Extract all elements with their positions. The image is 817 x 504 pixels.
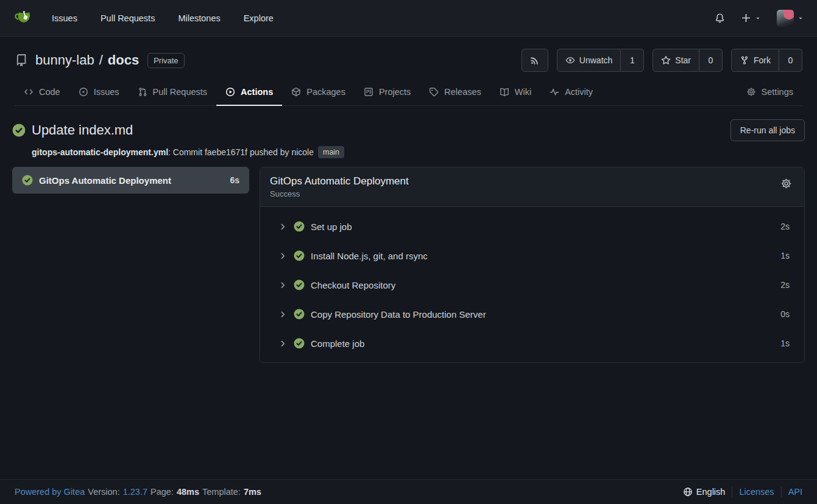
page-time-label: Page: <box>150 487 174 497</box>
pull-request-icon <box>138 87 147 97</box>
workflow-file-name: gitops-automatic-deployment.yml <box>32 147 168 157</box>
step-name: Copy Repository Data to Production Serve… <box>311 309 486 320</box>
run-header: Update index.md Re-run all jobs gitops-a… <box>0 106 817 158</box>
create-new-button[interactable] <box>737 9 765 27</box>
job-name: GitOps Automatic Deployment <box>39 175 171 186</box>
job-duration: 6s <box>230 175 239 185</box>
project-icon <box>364 87 373 97</box>
job-list: GitOps Automatic Deployment 6s <box>12 167 249 194</box>
step-success-check-icon <box>294 338 305 349</box>
step-name: Complete job <box>311 338 364 349</box>
code-icon <box>24 87 34 97</box>
gitea-cup-icon <box>13 9 33 28</box>
page-footer: Powered by Gitea Version: 1.23.7 Page: 4… <box>0 479 817 504</box>
star-icon <box>661 55 671 65</box>
private-badge: Private <box>147 53 184 68</box>
step-list: Set up job 2s Install Node.js, git, and … <box>260 207 804 362</box>
tab-issues[interactable]: Issues <box>69 80 129 106</box>
language-selector[interactable]: English <box>683 487 726 497</box>
tab-code[interactable]: Code <box>15 80 69 106</box>
job-detail-panel: GitOps Automatic Deployment Success Set … <box>260 167 805 363</box>
stars-count[interactable]: 0 <box>699 49 723 72</box>
chevron-right-icon <box>278 251 288 261</box>
fork-group: Fork 0 <box>731 49 802 72</box>
api-link[interactable]: API <box>788 487 802 497</box>
step-row[interactable]: Set up job 2s <box>260 212 804 241</box>
gitea-logo[interactable] <box>13 9 33 28</box>
run-subtitle: gitops-automatic-deployment.yml: Commit … <box>32 146 805 158</box>
tab-releases[interactable]: Releases <box>420 80 490 106</box>
chevron-down-icon <box>798 15 804 21</box>
rerun-all-jobs-button[interactable]: Re-run all jobs <box>730 119 805 141</box>
step-row[interactable]: Install Node.js, git, and rsync 1s <box>260 241 804 270</box>
repo-name-link[interactable]: docs <box>108 52 139 68</box>
rss-button[interactable] <box>522 49 548 72</box>
version-label: Version: <box>88 487 119 497</box>
step-success-check-icon <box>294 221 305 232</box>
powered-by-link[interactable]: Powered by Gitea <box>15 487 85 497</box>
actions-run-page: Update index.md Re-run all jobs gitops-a… <box>0 106 817 479</box>
eye-icon <box>565 55 575 65</box>
tab-wiki[interactable]: Wiki <box>490 80 540 106</box>
nav-pull-requests[interactable]: Pull Requests <box>89 9 166 28</box>
chevron-right-icon <box>278 222 288 231</box>
chevron-right-icon <box>278 310 288 319</box>
plus-icon <box>741 13 751 23</box>
pulse-icon <box>550 87 559 97</box>
step-success-check-icon <box>294 250 305 261</box>
book-icon <box>500 87 509 97</box>
fork-button[interactable]: Fork <box>731 49 779 72</box>
step-name: Checkout Repository <box>311 280 395 290</box>
commit-info: : Commit faebe1671f pushed by nicole <box>168 147 314 157</box>
notifications-button[interactable] <box>711 9 729 27</box>
repo-header: bunny-lab / docs Private Unwatch 1 Star … <box>0 37 817 106</box>
footer-divider <box>781 487 782 497</box>
tab-pull-requests[interactable]: Pull Requests <box>129 80 216 106</box>
footer-divider <box>732 487 732 497</box>
step-duration: 0s <box>780 309 790 319</box>
nav-issues[interactable]: Issues <box>40 9 89 28</box>
watchers-count[interactable]: 1 <box>621 49 644 72</box>
forks-count[interactable]: 0 <box>779 49 802 72</box>
nav-explore[interactable]: Explore <box>232 9 285 28</box>
unwatch-button[interactable]: Unwatch <box>557 49 621 72</box>
star-group: Star 0 <box>653 49 723 72</box>
star-button[interactable]: Star <box>653 49 699 72</box>
navbar-right <box>711 6 807 30</box>
rss-icon <box>530 55 540 65</box>
star-label: Star <box>675 55 691 65</box>
tab-settings[interactable]: Settings <box>737 80 802 106</box>
step-success-check-icon <box>294 279 305 290</box>
tab-activity[interactable]: Activity <box>540 80 602 106</box>
step-duration: 2s <box>780 280 790 290</box>
step-row[interactable]: Checkout Repository 2s <box>260 270 804 299</box>
tab-projects[interactable]: Projects <box>355 80 420 106</box>
step-success-check-icon <box>294 309 305 320</box>
step-name: Set up job <box>311 222 352 232</box>
branch-badge[interactable]: main <box>318 146 344 158</box>
job-success-check-icon <box>22 175 33 186</box>
step-name: Install Node.js, git, and rsync <box>311 251 428 261</box>
tab-packages[interactable]: Packages <box>282 80 355 106</box>
repo-owner-link[interactable]: bunny-lab <box>35 52 94 68</box>
job-list-item[interactable]: GitOps Automatic Deployment 6s <box>12 167 249 194</box>
page-time-value: 48ms <box>177 487 199 497</box>
step-row[interactable]: Complete job 1s <box>260 329 804 358</box>
job-status: Success <box>270 189 409 198</box>
gear-icon <box>780 178 792 189</box>
tag-icon <box>429 87 439 97</box>
user-menu-button[interactable] <box>773 6 807 30</box>
job-options-button[interactable] <box>778 175 794 192</box>
step-row[interactable]: Copy Repository Data to Production Serve… <box>260 299 804 329</box>
issue-icon <box>79 87 88 97</box>
version-link[interactable]: 1.23.7 <box>123 487 147 497</box>
job-detail-title: GitOps Automatic Deployment <box>270 175 409 187</box>
tab-actions[interactable]: Actions <box>216 80 282 106</box>
nav-milestones[interactable]: Milestones <box>166 9 232 28</box>
settings-tools-icon <box>746 87 756 97</box>
top-navbar: Issues Pull Requests Milestones Explore <box>0 0 817 37</box>
licenses-link[interactable]: Licenses <box>739 487 774 497</box>
step-duration: 1s <box>780 251 790 261</box>
repo-actions: Unwatch 1 Star 0 Fork 0 <box>522 49 802 72</box>
step-duration: 1s <box>780 338 790 348</box>
